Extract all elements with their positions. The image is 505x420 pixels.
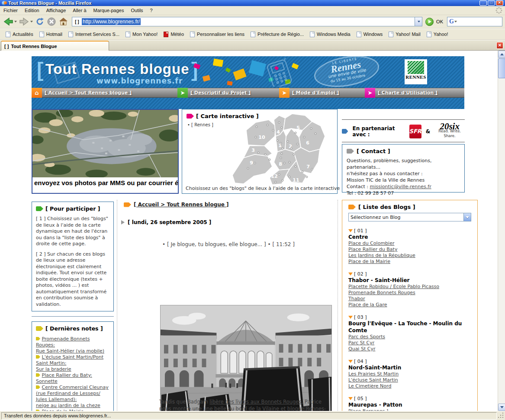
- bookmark-yahoo[interactable]: Yahoo!: [425, 31, 450, 38]
- note-link[interactable]: Centre Commercial Cleunay (rue Ferdinand…: [36, 385, 109, 402]
- blog-link[interactable]: Place de la Mairie: [348, 259, 471, 265]
- address-bar[interactable]: [ ] http://www.blogrennes.fr/: [72, 17, 422, 26]
- bookmark-actualites[interactable]: Actualités: [3, 31, 35, 38]
- blog-group-05: [ 05 ] Maurepas - Patton Place Bernanos …: [348, 396, 471, 411]
- district-number[interactable]: 5: [296, 125, 300, 131]
- twentysix-logo[interactable]: 20six Read. Write. Share.: [434, 124, 465, 138]
- blog-link[interactable]: Parc des Sports: [348, 334, 471, 340]
- bookmark-meteo[interactable]: Météo: [161, 31, 186, 38]
- scroll-down-button[interactable]: [498, 404, 505, 411]
- blog-select-dropdown[interactable]: Sélectionnez un Blog: [348, 213, 471, 221]
- nav-accueil-link[interactable]: [ Accueil > Tout Rennes blogue ]: [45, 90, 132, 96]
- throbber-icon: [495, 7, 502, 14]
- page-icon: [39, 32, 44, 37]
- district-number[interactable]: 10: [258, 135, 265, 140]
- divider: [342, 142, 465, 142]
- body-link-bonnets-rouges[interactable]: libère des livres aux Bonnets Rouges: [209, 399, 301, 405]
- district-10[interactable]: [246, 120, 276, 146]
- blog-link[interactable]: Parc St Cyr: [348, 340, 471, 346]
- district-number[interactable]: 7: [306, 164, 310, 170]
- post-photo-opera-rennes[interactable]: [160, 305, 332, 411]
- go-button[interactable]: [425, 18, 434, 26]
- blog-link[interactable]: Place du Colombier: [348, 240, 471, 247]
- menu-outils[interactable]: Outils: [127, 6, 146, 14]
- blog-link[interactable]: L'écluse Saint Martin: [348, 377, 471, 383]
- nav-mode-emploi-link[interactable]: [ Mode d'Emploi ]: [292, 90, 339, 96]
- district-number[interactable]: 12: [271, 173, 277, 179]
- blog-link[interactable]: Place de la Gare: [348, 302, 471, 308]
- search-input[interactable]: G: [447, 17, 502, 26]
- menu-affichage[interactable]: Affichage: [43, 6, 70, 14]
- back-button[interactable]: [3, 16, 17, 27]
- menu-edition[interactable]: Edition: [21, 6, 43, 14]
- blog-link[interactable]: Place Rallier du Baty: [348, 247, 471, 253]
- menu-marque-pages[interactable]: Marque-pages: [90, 6, 128, 14]
- post-breadcrumb-link[interactable]: [ Accueil > Tout Rennes blogue ]: [134, 202, 229, 208]
- menu-aide[interactable]: ?: [147, 6, 156, 14]
- minimize-button[interactable]: _: [479, 0, 487, 6]
- tab-tout-rennes-blogue[interactable]: [ ] Tout Rennes Blogue: [1, 41, 109, 51]
- reload-button[interactable]: [35, 16, 45, 27]
- vertical-scrollbar[interactable]: [498, 51, 505, 411]
- note-sub-link[interactable]: Sur la braderie: [36, 366, 71, 372]
- blog-link[interactable]: Placette Robidou / Ecole Pablo Picasso: [348, 284, 471, 290]
- district-number[interactable]: 3: [251, 147, 255, 153]
- bookmark-prefecture[interactable]: Préfecture de Régio...: [248, 31, 306, 38]
- status-bar: Transfert des données depuis www.blogren…: [0, 411, 505, 420]
- site-favicon: [ ]: [72, 19, 82, 24]
- district-number[interactable]: 8: [279, 161, 282, 167]
- bookmark-personnaliser[interactable]: Personnaliser les liens: [188, 31, 247, 38]
- menu-fichier[interactable]: Fichier: [0, 6, 21, 14]
- dropdown-arrow-button[interactable]: [463, 213, 471, 221]
- address-text[interactable]: http://www.blogrennes.fr/: [82, 18, 141, 25]
- home-button[interactable]: [58, 16, 69, 27]
- contact-email-link[interactable]: missiontic@ville-rennes.fr: [370, 184, 431, 189]
- blog-link[interactable]: Quai St Cyr: [348, 346, 471, 352]
- column-separator: [338, 200, 338, 411]
- forward-button[interactable]: [19, 16, 33, 27]
- district-9[interactable]: [232, 154, 272, 184]
- rennes-district-map[interactable]: 10 4 5 6 1 2 3 9 8 7 12 11: [231, 111, 335, 190]
- resize-grip[interactable]: [498, 413, 504, 419]
- sfr-logo[interactable]: SFR: [409, 125, 421, 138]
- blog-link[interactable]: Le Cimetière Nord: [348, 383, 471, 389]
- district-number[interactable]: 6: [306, 140, 309, 146]
- site-nav: ⌂ [ Accueil > Tout Rennes blogue ] ➤ [ D…: [32, 88, 464, 98]
- blog-link[interactable]: Promenade Bonnets Rouges: [348, 290, 471, 296]
- bookmark-internet-services[interactable]: Internet Services S...: [66, 31, 122, 38]
- stop-button[interactable]: [46, 16, 57, 27]
- group-number: [ 02 ]: [354, 271, 367, 277]
- bookmark-yahoo-mail[interactable]: Yahoo! Mail: [386, 31, 422, 38]
- note-sub-link[interactable]: Rue Saint-Hélier (via mobile): [36, 348, 104, 354]
- district-number[interactable]: 11: [293, 177, 299, 183]
- nav-descriptif-link[interactable]: [ Descriptif du Projet ]: [190, 90, 251, 96]
- blog-link[interactable]: Thabor: [348, 296, 471, 302]
- scrollbar-thumb[interactable]: [498, 58, 505, 78]
- note-sub-link[interactable]: Sonnette: [36, 378, 58, 384]
- district-2[interactable]: [285, 128, 301, 152]
- maximize-button[interactable]: □: [488, 0, 495, 6]
- site-title-text: Tout Rennes blogue: [45, 61, 190, 77]
- note-link[interactable]: L'écluse Saint Martin/Pont Saint Martin:: [36, 354, 103, 366]
- blog-link[interactable]: Les Jardins de la République: [348, 253, 471, 259]
- bookmark-mon-yahoo[interactable]: Mon Yahoo!: [123, 31, 160, 38]
- nav-charte-link[interactable]: [ Charte d'Utilisation ]: [378, 90, 437, 96]
- menu-aller-a[interactable]: Aller à: [69, 6, 90, 14]
- address-dropdown-button[interactable]: [415, 17, 422, 26]
- close-tab-button[interactable]: ✕: [496, 42, 503, 49]
- bookmark-hotmail[interactable]: Hotmail: [37, 31, 64, 38]
- satellite-photo[interactable]: [32, 110, 178, 177]
- blog-link[interactable]: Les Prairies St Martin: [348, 371, 471, 377]
- note-link[interactable]: Place Rallier du Baty:: [42, 372, 92, 378]
- note-sub-link[interactable]: neige au jardin de la cheze: [36, 403, 100, 408]
- close-button[interactable]: ✕: [496, 0, 503, 6]
- body-link-vilaine[interactable]: une belle au bord de la Vilaine: [203, 406, 279, 411]
- district-number[interactable]: 4: [277, 129, 280, 135]
- bookmark-windows-media[interactable]: Windows Media: [308, 31, 353, 38]
- group-name: Bourg l'Evêque - La Touche - Moulin du C…: [348, 320, 471, 334]
- forward-arrow-icon: [19, 17, 29, 26]
- bookmark-windows[interactable]: Windows: [354, 31, 385, 38]
- district-number[interactable]: 9: [250, 160, 253, 166]
- scroll-up-button[interactable]: [498, 51, 505, 58]
- note-link[interactable]: Promenade Bonnets Rouges:: [36, 336, 90, 348]
